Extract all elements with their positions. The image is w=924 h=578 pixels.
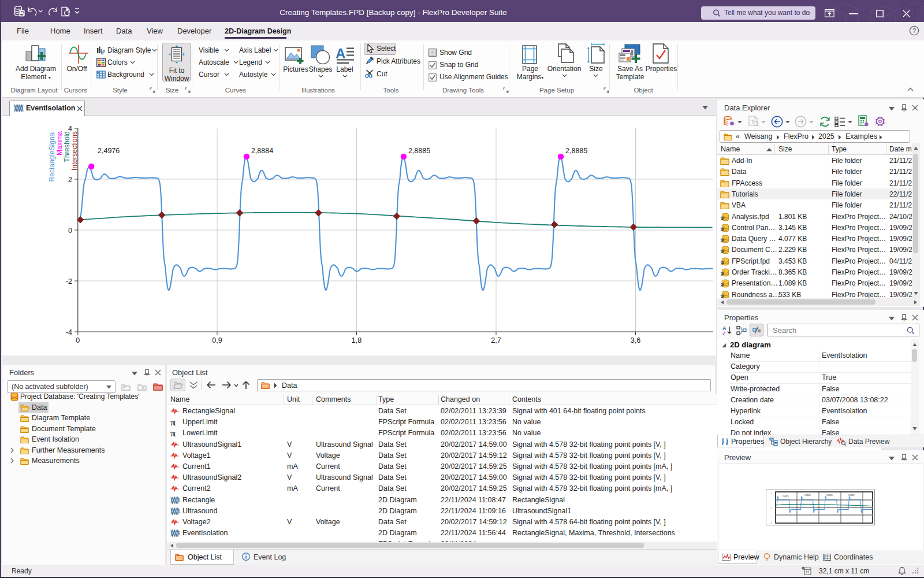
svg-text:2,8885: 2,8885 (848, 494, 855, 497)
svg-text:4: 4 (770, 492, 772, 494)
svg-text:2,4976: 2,4976 (98, 147, 120, 155)
svg-text:2,4976: 2,4976 (783, 495, 789, 498)
svg-text:-4: -4 (770, 522, 772, 524)
svg-text:Maxima: Maxima (55, 131, 64, 155)
svg-text:?: ? (912, 27, 916, 34)
svg-text:-4: -4 (66, 328, 72, 336)
svg-text:RectangleSignal: RectangleSignal (48, 131, 56, 181)
svg-text:π: π (170, 429, 176, 436)
svg-text:0: 0 (770, 507, 772, 509)
svg-text:2,8884: 2,8884 (804, 494, 811, 497)
svg-text:0: 0 (68, 227, 72, 235)
svg-text:3,6: 3,6 (631, 336, 640, 344)
svg-text:Threshold: Threshold (63, 131, 71, 162)
svg-text:0: 0 (76, 336, 80, 344)
svg-text:π: π (170, 418, 176, 425)
svg-text:2,8885: 2,8885 (826, 494, 833, 497)
svg-text:Intersections: Intersections (70, 131, 79, 171)
svg-text:2,8885: 2,8885 (565, 147, 587, 155)
svg-text:Z: Z (722, 331, 726, 336)
svg-text:2,8885: 2,8885 (408, 147, 430, 155)
svg-text:A: A (336, 46, 345, 61)
svg-text:-2: -2 (66, 277, 72, 286)
svg-text:2,8884: 2,8884 (251, 147, 273, 155)
svg-text:0,9: 0,9 (212, 336, 222, 344)
svg-text:1,8: 1,8 (352, 336, 362, 344)
svg-text:2: 2 (68, 176, 72, 184)
svg-text:2,7: 2,7 (491, 336, 501, 344)
